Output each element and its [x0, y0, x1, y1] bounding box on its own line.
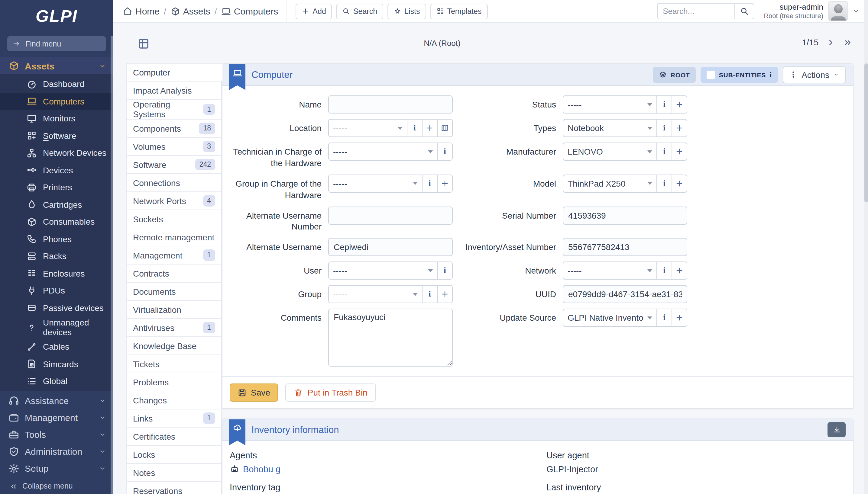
sidebar-item-devices[interactable]: Devices: [0, 162, 113, 179]
tab-documents[interactable]: Documents: [126, 283, 222, 301]
status-select-value[interactable]: -----: [563, 96, 656, 113]
sidebar-section-setup[interactable]: Setup: [0, 460, 113, 477]
last-record-icon[interactable]: [843, 38, 852, 47]
manufacturer-add-button[interactable]: [672, 143, 687, 160]
types-info-button[interactable]: i: [656, 119, 672, 136]
types-select-value[interactable]: Notebook: [563, 119, 656, 136]
network-select-value[interactable]: -----: [563, 262, 656, 279]
sidebar-item-monitors[interactable]: Monitors: [0, 110, 113, 127]
sidebar-section-assistance[interactable]: Assistance: [0, 392, 113, 409]
sidebar-item-phones[interactable]: Phones: [0, 230, 113, 248]
lists-button[interactable]: Lists: [387, 3, 426, 19]
network-add-button[interactable]: [672, 262, 687, 279]
glpi-logo[interactable]: GLPI: [0, 0, 113, 33]
page-scrollbar[interactable]: [864, 0, 868, 494]
add-button[interactable]: Add: [295, 3, 332, 19]
actions-button[interactable]: Actions: [783, 66, 846, 83]
location-select-value[interactable]: -----: [329, 119, 407, 136]
download-inventory-button[interactable]: [828, 422, 846, 438]
sidebar-item-cables[interactable]: Cables: [0, 338, 113, 356]
tab-knowledge-base[interactable]: Knowledge Base: [126, 337, 222, 355]
location-info-button[interactable]: i: [407, 119, 422, 136]
comments-textarea[interactable]: [328, 309, 453, 367]
entity-selector[interactable]: N/A (Root): [113, 39, 771, 48]
tab-impact-analysis[interactable]: Impact Analysis: [126, 81, 222, 100]
breadcrumb-assets[interactable]: Assets: [170, 6, 210, 16]
tab-remote-management[interactable]: Remote management: [126, 228, 222, 246]
sidebar-item-consumables[interactable]: Consumables: [0, 213, 113, 230]
tab-software[interactable]: Software242: [126, 156, 222, 174]
model-add-button[interactable]: [672, 175, 687, 192]
sidebar-item-dashboard[interactable]: Dashboard: [0, 75, 113, 93]
breadcrumb-home[interactable]: Home: [123, 6, 160, 16]
tab-certificates[interactable]: Certificates: [126, 428, 222, 446]
network-info-button[interactable]: i: [656, 262, 672, 279]
tab-locks[interactable]: Locks: [126, 446, 222, 464]
global-search-input[interactable]: [657, 3, 734, 19]
model-select-value[interactable]: ThinkPad X250: [563, 175, 656, 192]
model-info-button[interactable]: i: [656, 175, 672, 192]
sidebar-item-enclosures[interactable]: Enclosures: [0, 265, 113, 282]
tab-sockets[interactable]: Sockets: [126, 210, 222, 228]
serial-number-input[interactable]: [563, 206, 687, 224]
tab-reservations[interactable]: Reservations: [126, 482, 222, 494]
tab-problems[interactable]: Problems: [126, 373, 222, 391]
status-info-button[interactable]: i: [656, 96, 672, 113]
tab-notes[interactable]: Notes: [126, 464, 222, 482]
page-scrollbar-thumb[interactable]: [864, 63, 868, 202]
sidebar-item-network-devices[interactable]: Network Devices: [0, 144, 113, 162]
search-button[interactable]: Search: [337, 3, 383, 19]
sidebar-item-simcards[interactable]: Simcards: [0, 356, 113, 373]
collapse-menu-button[interactable]: Collapse menu: [0, 481, 113, 494]
group-in-charge-of-the-hardware-select-value[interactable]: -----: [329, 175, 422, 192]
sub-entities-toggle[interactable]: SUB-ENTITIES i: [701, 67, 778, 82]
alternate-username-input[interactable]: [328, 238, 453, 256]
tab-computer[interactable]: Computer: [126, 63, 222, 81]
group-info-button[interactable]: i: [422, 286, 437, 303]
sidebar-item-pdus[interactable]: PDUs: [0, 282, 113, 299]
location-map-button[interactable]: [437, 119, 452, 136]
update-source-add-button[interactable]: [672, 309, 687, 326]
sidebar-item-printers[interactable]: Printers: [0, 179, 113, 196]
sidebar-item-racks[interactable]: Racks: [0, 248, 113, 265]
name-input[interactable]: [328, 95, 453, 114]
technician-in-charge-of-the-hardware-select-value[interactable]: -----: [329, 143, 437, 160]
manufacturer-info-button[interactable]: i: [656, 143, 672, 160]
uuid-input[interactable]: [563, 285, 687, 303]
types-add-button[interactable]: [672, 119, 687, 136]
user-select-value[interactable]: -----: [329, 262, 437, 279]
alternate-username-number-input[interactable]: [328, 206, 453, 224]
sidebar-item-computers[interactable]: Computers: [0, 93, 113, 110]
inventory-asset-number-input[interactable]: [563, 238, 687, 256]
tab-components[interactable]: Components18: [126, 119, 222, 138]
status-add-button[interactable]: [672, 96, 687, 113]
sidebar-section-administration[interactable]: Administration: [0, 443, 113, 460]
tab-changes[interactable]: Changes: [126, 391, 222, 410]
sidebar-item-unmanaged-devices[interactable]: Unmanaged devices: [0, 317, 113, 338]
sidebar-section-assets[interactable]: Assets: [0, 57, 113, 74]
update-source-info-button[interactable]: i: [656, 309, 672, 326]
sidebar-section-tools[interactable]: Tools: [0, 426, 113, 443]
tab-connections[interactable]: Connections: [126, 174, 222, 192]
sidebar-item-software[interactable]: Software: [0, 127, 113, 144]
group-in-charge-of-the-hardware-add-button[interactable]: [437, 175, 452, 192]
next-record-icon[interactable]: [826, 38, 835, 47]
group-in-charge-of-the-hardware-info-button[interactable]: i: [422, 175, 437, 192]
tab-links[interactable]: Links1: [126, 410, 222, 428]
tab-management[interactable]: Management1: [126, 246, 222, 265]
tab-antiviruses[interactable]: Antiviruses1: [126, 319, 222, 337]
find-menu-button[interactable]: Find menu: [7, 36, 106, 51]
tab-virtualization[interactable]: Virtualization: [126, 301, 222, 319]
tab-operating-systems[interactable]: Operating Systems1: [126, 100, 222, 119]
update-source-select-value[interactable]: GLPI Native Inventory: [563, 309, 656, 326]
sidebar-section-management[interactable]: Management: [0, 409, 113, 426]
manufacturer-select-value[interactable]: LENOVO: [563, 143, 656, 160]
tab-network-ports[interactable]: Network Ports4: [126, 192, 222, 210]
root-badge[interactable]: ROOT: [653, 67, 696, 82]
sidebar-item-cartridges[interactable]: Cartridges: [0, 196, 113, 213]
location-add-button[interactable]: [422, 119, 437, 136]
breadcrumb-computers[interactable]: Computers: [221, 6, 278, 16]
templates-button[interactable]: Templates: [430, 3, 488, 19]
group-add-button[interactable]: [437, 286, 452, 303]
user-info-button[interactable]: i: [437, 262, 452, 279]
